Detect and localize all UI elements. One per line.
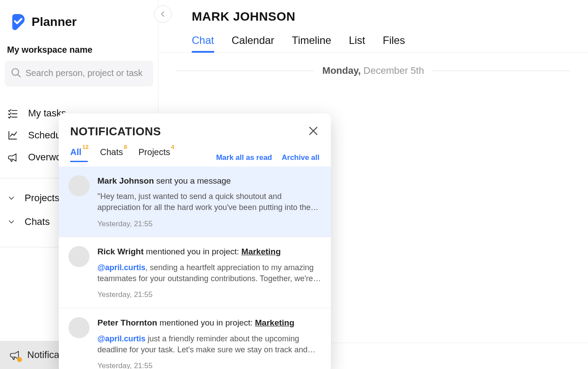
svg-line-1 (18, 74, 21, 77)
popover-tabs: All12 Chats8 Projects4 (70, 146, 173, 162)
svg-point-0 (12, 69, 18, 75)
group-label-chats: Chats (25, 216, 50, 228)
date-line-left (176, 70, 314, 71)
notification-body: Rick Wright mentioned you in project: Ma… (97, 246, 321, 300)
avatar (68, 246, 90, 267)
page-title: MARK JOHNSON (192, 10, 588, 24)
chevron-down-icon (7, 194, 16, 203)
notification-time: Yesterday, 21:55 (97, 361, 321, 369)
popover-header: NOTIFICATIONS (59, 113, 331, 138)
mark-all-read[interactable]: Mark all as read (216, 153, 272, 162)
megaphone-icon (7, 152, 18, 163)
popover-subheader: All12 Chats8 Projects4 Mark all as read … (59, 138, 331, 166)
close-icon[interactable] (307, 125, 319, 137)
notification-time: Yesterday, 21:55 (97, 219, 321, 229)
notification-list[interactable]: Mark Johnson sent you a message "Hey tea… (59, 166, 331, 369)
tabs: Chat Calendar Timeline List Files (192, 34, 588, 53)
chevron-left-icon (159, 10, 167, 18)
notification-title: Mark Johnson sent you a message (97, 175, 321, 187)
avatar (68, 175, 90, 196)
notification-item[interactable]: Peter Thornton mentioned you in project:… (59, 308, 331, 369)
back-button[interactable] (154, 5, 172, 23)
notification-preview: "Hey team, just wanted to send a quick s… (97, 191, 321, 213)
checklist-icon (7, 108, 18, 119)
tab-calendar[interactable]: Calendar (232, 34, 274, 53)
date-text: Monday, December 5th (323, 65, 424, 76)
archive-all[interactable]: Archive all (282, 153, 319, 162)
notification-body: Peter Thornton mentioned you in project:… (97, 317, 321, 369)
app-logo: Planner (0, 12, 158, 32)
notification-item[interactable]: Rick Wright mentioned you in project: Ma… (59, 237, 331, 308)
group-label-projects: Projects (25, 192, 59, 204)
popover-title: NOTIFICATIONS (70, 125, 161, 138)
tab-files[interactable]: Files (383, 34, 405, 53)
notification-title: Peter Thornton mentioned you in project:… (97, 317, 321, 329)
header: MARK JOHNSON Chat Calendar Timeline List… (158, 0, 588, 53)
notification-preview: @april.curtis, sending a heartfelt appre… (97, 262, 321, 284)
pop-tab-all[interactable]: All12 (70, 146, 88, 162)
notification-time: Yesterday, 21:55 (97, 289, 321, 300)
pop-tab-chats[interactable]: Chats8 (100, 146, 126, 162)
tab-timeline[interactable]: Timeline (292, 34, 331, 53)
chart-icon (7, 130, 18, 141)
notification-body: Mark Johnson sent you a message "Hey tea… (97, 175, 321, 229)
notification-item[interactable]: Mark Johnson sent you a message "Hey tea… (59, 166, 331, 238)
date-divider: Monday, December 5th (158, 53, 588, 76)
pop-tab-projects[interactable]: Projects4 (139, 146, 173, 162)
megaphone-icon (9, 349, 21, 361)
date-line-right (433, 70, 570, 71)
popover-actions: Mark all as read Archive all (216, 153, 319, 162)
unread-dot (17, 357, 22, 362)
avatar (68, 317, 90, 338)
planner-logo-icon (7, 12, 26, 32)
search-icon (11, 67, 22, 79)
notification-title: Rick Wright mentioned you in project: Ma… (97, 246, 321, 258)
tab-chat[interactable]: Chat (192, 34, 214, 53)
search-input[interactable] (5, 61, 153, 85)
app-name: Planner (32, 15, 77, 29)
search-wrap (5, 61, 153, 85)
chevron-down-icon (7, 217, 16, 226)
tab-list[interactable]: List (349, 34, 365, 53)
notification-preview: @april.curtis just a friendly reminder a… (97, 333, 321, 355)
notifications-popover: NOTIFICATIONS All12 Chats8 Projects4 Mar… (59, 113, 331, 369)
workspace-name: My workspace name (0, 32, 158, 61)
